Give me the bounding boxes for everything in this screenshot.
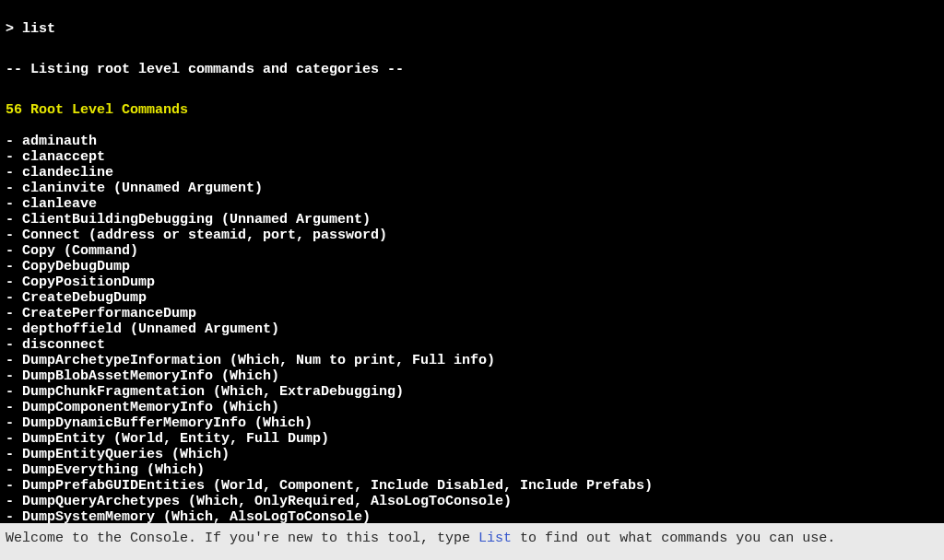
command-line: - DumpDynamicBufferMemoryInfo (Which) <box>6 415 938 431</box>
command-line: - CreateDebugDump <box>6 290 938 306</box>
listing-header: -- Listing root level commands and categ… <box>6 62 938 77</box>
footer-list-keyword: List <box>478 531 512 546</box>
command-line: - DumpEverything (Which) <box>6 462 938 478</box>
command-line: - DumpComponentMemoryInfo (Which) <box>6 400 938 415</box>
command-line: - CopyPositionDump <box>6 274 938 290</box>
footer-pre: Welcome to the Console. If you're new to… <box>6 531 478 546</box>
command-line: - DumpChunkFragmentation (Which, ExtraDe… <box>6 384 938 400</box>
command-line: - DumpEntityQueries (Which) <box>6 447 938 462</box>
console-input-bar[interactable]: Welcome to the Console. If you're new to… <box>0 523 944 560</box>
root-commands-header: 56 Root Level Commands <box>6 102 938 118</box>
command-line: - DumpArchetypeInformation (Which, Num t… <box>6 353 938 368</box>
command-line: - DumpEntity (World, Entity, Full Dump) <box>6 431 938 447</box>
command-line: - CreatePerformanceDump <box>6 306 938 321</box>
command-line: - disconnect <box>6 337 938 353</box>
console-output: > list -- Listing root level commands an… <box>0 0 944 523</box>
command-line: - adminauth <box>6 134 938 149</box>
command-line: - depthoffield (Unnamed Argument) <box>6 321 938 337</box>
command-line: - DumpSystemMemory (Which, AlsoLogToCons… <box>6 509 938 523</box>
command-line: - claninvite (Unnamed Argument) <box>6 181 938 196</box>
command-line: - Copy (Command) <box>6 243 938 259</box>
command-line: - CopyDebugDump <box>6 259 938 274</box>
command-line: - DumpBlobAssetMemoryInfo (Which) <box>6 368 938 384</box>
prompt-line: > list <box>6 21 938 37</box>
command-line: - clanaccept <box>6 149 938 165</box>
command-line: - DumpPrefabGUIDEntities (World, Compone… <box>6 478 938 494</box>
footer-post: to find out what commands you can use. <box>512 531 835 546</box>
command-line: - Connect (address or steamid, port, pas… <box>6 228 938 243</box>
command-line: - DumpQueryArchetypes (Which, OnlyRequir… <box>6 494 938 509</box>
command-line: - clanleave <box>6 196 938 212</box>
command-list: - adminauth- clanaccept- clandecline- cl… <box>6 134 938 523</box>
command-line: - clandecline <box>6 165 938 181</box>
command-line: - ClientBuildingDebugging (Unnamed Argum… <box>6 212 938 228</box>
